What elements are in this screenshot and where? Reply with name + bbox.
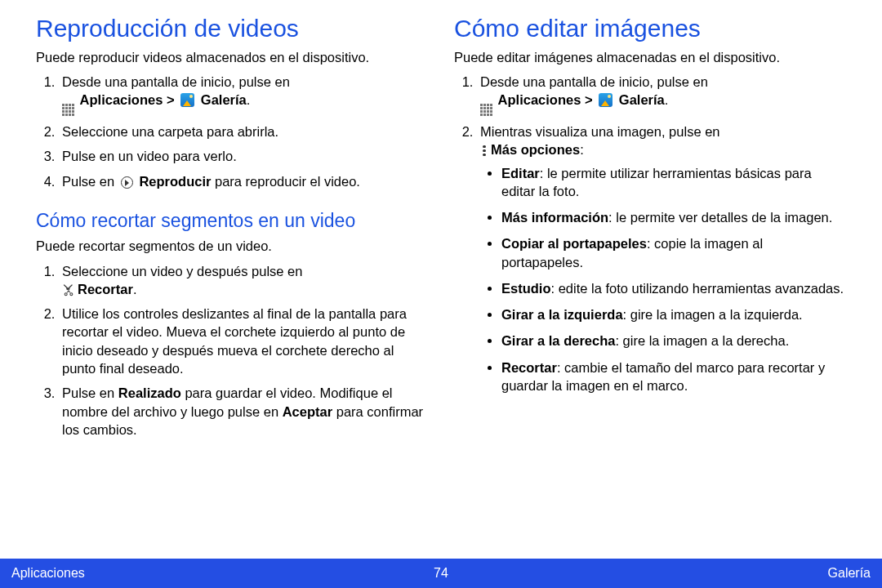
text: Pulse en — [62, 385, 118, 400]
option-rotate-right: Girar a la derecha: gire la imagen a la … — [501, 332, 846, 350]
heading-edit-images: Cómo editar imágenes — [454, 15, 846, 43]
trim-step-2: Utilice los controles deslizantes al fin… — [59, 305, 428, 377]
done-label: Realizado — [118, 385, 181, 400]
text: Desde una pantalla de inicio, pulse en — [62, 74, 290, 89]
option-studio: Estudio: edite la foto utilizando herram… — [501, 279, 846, 297]
steps-video-play: Desde una pantalla de inicio, pulse en A… — [36, 73, 428, 190]
apps-grid-icon — [62, 104, 74, 116]
opt-label: Copiar al portapapeles — [501, 236, 647, 251]
intro-edit-images: Puede editar imágenes almacenadas en el … — [454, 48, 846, 66]
step-2: Seleccione una carpeta para abrirla. — [59, 122, 428, 140]
opt-label: Editar — [501, 166, 540, 180]
text: Mientras visualiza una imagen, pulse en — [480, 124, 720, 139]
trim-step-3: Pulse en Realizado para guardar el video… — [59, 384, 428, 439]
page-number: 74 — [434, 566, 448, 581]
option-more-info: Más información: le permite ver detalles… — [501, 208, 846, 226]
play-icon — [121, 176, 133, 189]
footer-right[interactable]: Galería — [828, 566, 871, 581]
more-options-list: Editar: le permite utilizar herramientas… — [480, 164, 846, 395]
more-options-label: Más opciones — [491, 142, 580, 157]
heading-video-play: Reproducción de videos — [36, 15, 428, 43]
step-1: Desde una pantalla de inicio, pulse en A… — [59, 73, 428, 116]
opt-label: Girar a la izquierda — [501, 307, 623, 322]
gallery-icon — [180, 93, 194, 107]
separator: > — [581, 92, 596, 107]
opt-label: Recortar — [501, 360, 557, 375]
more-options-icon — [480, 144, 488, 157]
intro-video-play: Puede reproducir videos almacenados en e… — [36, 48, 428, 66]
opt-text: : le permite utilizar herramientas básic… — [501, 166, 812, 198]
trim-step-1: Seleccione un video y después pulse en R… — [59, 262, 428, 299]
gallery-icon — [599, 93, 612, 107]
step-4: Pulse en Reproducir para reproducir el v… — [59, 172, 428, 190]
steps-edit-images: Desde una pantalla de inicio, pulse en A… — [454, 73, 846, 394]
intro-trim: Puede recortar segmentos de un video. — [36, 237, 428, 255]
steps-trim: Seleccione un video y después pulse en R… — [36, 262, 428, 439]
text: Pulse en — [62, 174, 118, 189]
option-copy-clipboard: Copiar al portapapeles: copie la imagen … — [501, 234, 846, 271]
option-rotate-left: Girar a la izquierda: gire la imagen a l… — [501, 305, 846, 323]
edit-step-1: Desde una pantalla de inicio, pulse en A… — [477, 73, 846, 116]
opt-label: Girar a la derecha — [501, 333, 615, 348]
apps-grid-icon — [480, 104, 492, 116]
opt-label: Más información — [501, 210, 608, 225]
colon: : — [580, 142, 584, 157]
apps-label: Aplicaciones — [498, 92, 581, 107]
opt-text: : gire la imagen a la izquierda. — [623, 307, 803, 322]
option-crop: Recortar: cambie el tamaño del marco par… — [501, 359, 846, 395]
edit-step-2: Mientras visualiza una imagen, pulse en … — [477, 122, 846, 394]
opt-text: : le permite ver detalles de la imagen. — [608, 210, 832, 225]
footer-left[interactable]: Aplicaciones — [11, 566, 85, 581]
text: para reproducir el video. — [211, 174, 360, 189]
scissors-icon — [62, 283, 75, 296]
right-column: Cómo editar imágenes Puede editar imágen… — [454, 15, 846, 559]
page-content: Reproducción de videos Puede reproducir … — [0, 0, 882, 559]
opt-label: Estudio — [501, 281, 551, 296]
left-column: Reproducción de videos Puede reproducir … — [36, 15, 428, 559]
text: Seleccione un video y después pulse en — [62, 264, 302, 278]
apps-label: Aplicaciones — [80, 92, 163, 107]
accept-label: Aceptar — [283, 404, 332, 419]
option-edit: Editar: le permite utilizar herramientas… — [501, 164, 846, 201]
footer-bar: Aplicaciones 74 Galería — [0, 559, 882, 588]
gallery-label: Galería — [201, 92, 247, 107]
opt-text: : edite la foto utilizando herramientas … — [551, 281, 844, 296]
play-label: Reproducir — [139, 174, 211, 189]
opt-text: : gire la imagen a la derecha. — [615, 333, 789, 348]
gallery-label: Galería — [619, 92, 665, 107]
text: Desde una pantalla de inicio, pulse en — [480, 74, 708, 89]
heading-trim: Cómo recortar segmentos en un video — [36, 210, 428, 233]
trim-label: Recortar — [78, 282, 133, 296]
separator: > — [163, 92, 178, 107]
step-3: Pulse en un video para verlo. — [59, 147, 428, 165]
